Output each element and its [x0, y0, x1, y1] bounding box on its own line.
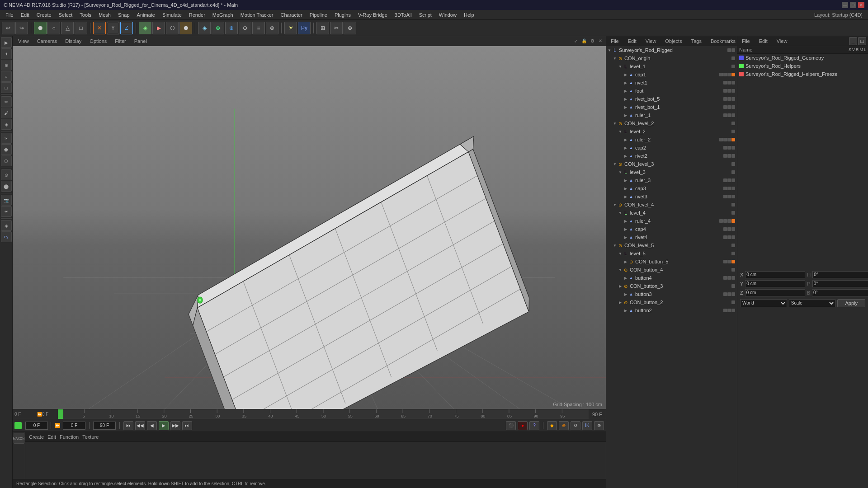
rp2-item-geometry[interactable]: Surveyor's_Rod_Rigged_Geometry	[737, 54, 868, 62]
om-menu-edit[interactable]: Edit	[625, 38, 639, 45]
tool-py[interactable]: Py	[298, 22, 311, 34]
tag-dot[interactable]	[731, 178, 735, 182]
tag-dot[interactable]	[723, 187, 727, 190]
tree-arrow[interactable]: ▼	[618, 170, 623, 174]
side-tool-bevel[interactable]: ⬡	[1, 155, 12, 166]
side-tool-rotate[interactable]: ○	[1, 71, 12, 82]
om-menu-objects[interactable]: Objects	[662, 38, 684, 45]
tag-dot[interactable]	[723, 89, 727, 93]
tag-dot[interactable]	[731, 284, 735, 288]
tree-arrow[interactable]: ▼	[613, 56, 617, 61]
coord-h-val[interactable]	[812, 271, 868, 278]
side-tool-cam[interactable]: 📷	[1, 195, 12, 206]
rp2-menu-view[interactable]: View	[774, 38, 790, 45]
tag-dot[interactable]	[731, 276, 735, 280]
tree-arrow[interactable]: ▶	[623, 186, 628, 191]
mat-tab-texture[interactable]: Texture	[82, 434, 99, 440]
tag-dot[interactable]	[727, 48, 731, 52]
tool-misc2[interactable]: ✂	[330, 22, 343, 34]
tree-item-ruler_2[interactable]: ▶▲ruler_2	[606, 136, 737, 144]
tree-item-level_4[interactable]: ▼Llevel_4	[606, 209, 737, 217]
tag-dot[interactable]	[731, 97, 735, 101]
play-btn[interactable]: ▶	[159, 421, 169, 430]
apply-button[interactable]: Apply	[837, 299, 865, 307]
vp-tab-filter[interactable]: Filter	[111, 38, 129, 45]
tag-dot[interactable]	[719, 73, 723, 76]
side-tool-extrude[interactable]: ⬟	[1, 144, 12, 155]
tree-item-ruler_1[interactable]: ▶▲ruler_1	[606, 111, 737, 119]
menu-mesh[interactable]: Mesh	[95, 11, 114, 19]
side-tool-move[interactable]: ✦	[1, 48, 12, 59]
coord-p-val[interactable]	[812, 280, 868, 287]
tag-dot[interactable]	[727, 97, 731, 101]
coord-x-pos[interactable]	[745, 271, 805, 278]
tag-dot[interactable]	[723, 227, 727, 231]
rp2-icon-1[interactable]: _	[849, 37, 857, 45]
menu-tools[interactable]: Tools	[76, 11, 95, 19]
tree-item-CON_level_4[interactable]: ▼⊙CON_level_4	[606, 201, 737, 209]
tree-arrow[interactable]: ▶	[623, 145, 628, 150]
tree-arrow[interactable]: ▶	[623, 89, 628, 93]
tag-dot[interactable]	[731, 89, 735, 93]
tag-dot[interactable]	[723, 219, 727, 223]
tag-dot[interactable]	[731, 113, 735, 117]
tree-arrow[interactable]: ▼	[613, 202, 617, 207]
tag-dot[interactable]	[727, 146, 731, 150]
tool-cube[interactable]: ◈	[139, 22, 151, 34]
tree-arrow[interactable]: ▶	[623, 178, 628, 183]
tree-item-rivet3[interactable]: ▶▲rivet3	[606, 192, 737, 201]
tag-dot[interactable]	[731, 292, 735, 296]
coord-space-select[interactable]: World Object Local	[740, 299, 787, 307]
tool-x[interactable]: ✕	[93, 22, 106, 34]
tree-arrow[interactable]: ▶	[618, 300, 623, 305]
tag-dot[interactable]	[731, 300, 735, 304]
tag-dot[interactable]	[731, 65, 735, 68]
tag-dot[interactable]	[723, 81, 727, 84]
tree-item-Surveyor_s_Rod_Rigged[interactable]: ▼LSurveyor's_Rod_Rigged	[606, 46, 737, 54]
tool-tex2[interactable]: ⊛	[212, 22, 224, 34]
tag-dot[interactable]	[727, 138, 731, 141]
coord-b-val[interactable]	[812, 289, 868, 296]
tag-dot[interactable]	[727, 113, 731, 117]
menu-vray[interactable]: V-Ray Bridge	[354, 11, 391, 19]
side-tool-knife[interactable]: ✂	[1, 133, 12, 144]
tree-item-CON_button_5[interactable]: ▶⊙CON_button_5	[606, 258, 737, 266]
tree-arrow[interactable]: ▼	[613, 162, 617, 166]
tag-dot[interactable]	[723, 154, 727, 158]
motion-btn[interactable]: ⊕	[559, 421, 569, 430]
side-tool-brush[interactable]: 🖌	[1, 108, 12, 118]
tag-dot[interactable]	[731, 203, 735, 206]
tool-tex3[interactable]: ⊕	[225, 22, 238, 34]
tree-arrow[interactable]: ▼	[618, 64, 623, 69]
redo-btn[interactable]: ↪	[15, 22, 28, 34]
om-menu-bookmarks[interactable]: Bookmarks	[708, 38, 737, 45]
tree-item-ruler_3[interactable]: ▶▲ruler_3	[606, 176, 737, 184]
side-tool-soft[interactable]: ⊙	[1, 169, 12, 180]
tree-arrow[interactable]: ▶	[623, 113, 628, 117]
menu-character[interactable]: Character	[277, 11, 306, 19]
jump-end-btn[interactable]: ⏭	[182, 421, 192, 430]
tag-dot[interactable]	[731, 244, 735, 247]
side-tool-light2[interactable]: ☀	[1, 206, 12, 217]
bl-tool-1[interactable]: MAXON	[14, 433, 24, 444]
tree-item-cap4[interactable]: ▶▲cap4	[606, 225, 737, 233]
obj-tool-4[interactable]: □	[75, 22, 87, 34]
tree-item-level_3[interactable]: ▼Llevel_3	[606, 168, 737, 176]
tree-item-cap1[interactable]: ▶▲cap1	[606, 70, 737, 79]
menu-edit[interactable]: Edit	[17, 11, 33, 19]
tree-arrow[interactable]: ▶	[623, 72, 628, 77]
tree-item-level_5[interactable]: ▼Llevel_5	[606, 249, 737, 258]
tree-arrow[interactable]: ▶	[623, 227, 628, 231]
ik-btn[interactable]: IK	[582, 421, 592, 430]
vp-tab-panel[interactable]: Panel	[131, 38, 151, 45]
rp2-icon-2[interactable]: □	[858, 37, 866, 45]
tree-arrow[interactable]: ▶	[623, 97, 628, 101]
tree-item-CON_button_2[interactable]: ▶⊙CON_button_2	[606, 298, 737, 306]
menu-script[interactable]: Script	[415, 11, 435, 19]
om-menu-view[interactable]: View	[643, 38, 659, 45]
tag-dot[interactable]	[723, 292, 727, 296]
side-tool-pen[interactable]: ✏	[1, 96, 12, 107]
tree-arrow[interactable]: ▶	[623, 105, 628, 109]
tree-arrow[interactable]: ▶	[623, 154, 628, 158]
om-menu-tags[interactable]: Tags	[689, 38, 704, 45]
